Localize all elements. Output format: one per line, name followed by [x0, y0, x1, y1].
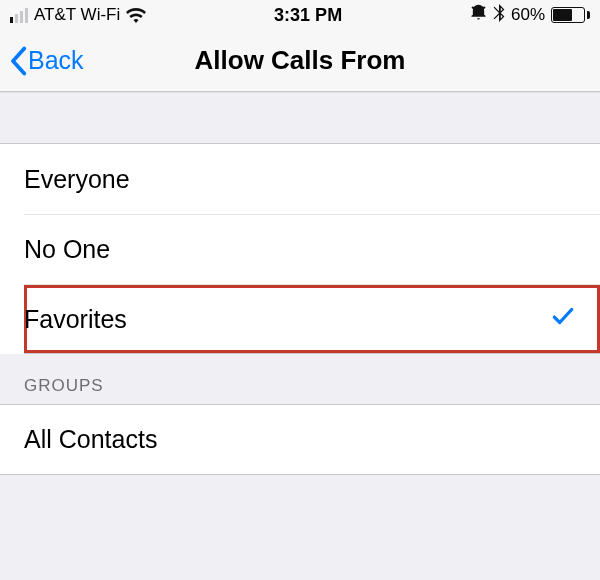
cell-signal-icon	[10, 8, 28, 23]
groups-section-header: GROUPS	[0, 354, 600, 405]
option-label: No One	[24, 235, 110, 264]
status-bar: AT&T Wi-Fi 3:31 PM 60%	[0, 0, 600, 30]
option-label: Everyone	[24, 165, 130, 194]
options-list: Everyone No One Favorites	[0, 144, 600, 354]
carrier-label: AT&T Wi-Fi	[34, 5, 120, 25]
back-label: Back	[28, 46, 84, 75]
checkmark-icon	[550, 303, 576, 335]
back-button[interactable]: Back	[8, 30, 84, 91]
option-all-contacts[interactable]: All Contacts	[0, 405, 600, 475]
page-title: Allow Calls From	[195, 45, 406, 76]
battery-icon	[551, 7, 590, 23]
option-everyone[interactable]: Everyone	[0, 144, 600, 214]
bluetooth-icon	[493, 4, 505, 27]
status-right: 60%	[470, 4, 590, 27]
groups-list: All Contacts	[0, 405, 600, 475]
option-favorites[interactable]: Favorites	[24, 284, 600, 354]
chevron-left-icon	[8, 46, 28, 76]
option-label: Favorites	[24, 305, 127, 334]
status-left: AT&T Wi-Fi	[10, 5, 146, 25]
wifi-icon	[126, 8, 146, 23]
alarm-icon	[470, 4, 487, 26]
status-time: 3:31 PM	[274, 5, 342, 26]
battery-percent: 60%	[511, 5, 545, 25]
option-no-one[interactable]: No One	[24, 214, 600, 284]
navigation-bar: Back Allow Calls From	[0, 30, 600, 92]
option-label: All Contacts	[24, 425, 157, 454]
section-spacer	[0, 92, 600, 144]
